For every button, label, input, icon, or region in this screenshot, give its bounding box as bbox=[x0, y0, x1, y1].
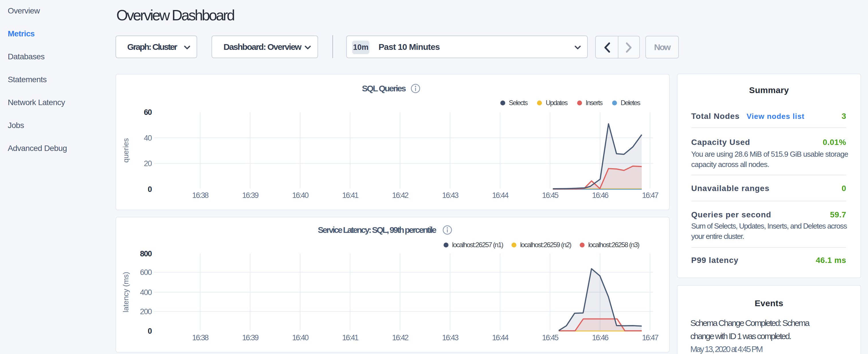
svg-text:16:45: 16:45 bbox=[542, 333, 559, 342]
svg-text:0: 0 bbox=[148, 185, 152, 194]
svg-text:16:38: 16:38 bbox=[192, 333, 209, 342]
svg-text:40: 40 bbox=[144, 134, 152, 142]
svg-text:16:38: 16:38 bbox=[192, 191, 209, 200]
svg-text:16:41: 16:41 bbox=[342, 333, 359, 342]
svg-text:16:44: 16:44 bbox=[492, 333, 509, 342]
svg-text:16:41: 16:41 bbox=[342, 191, 359, 200]
svg-text:latency (ms): latency (ms) bbox=[122, 272, 130, 313]
svg-text:800: 800 bbox=[140, 250, 152, 258]
svg-text:16:47: 16:47 bbox=[642, 333, 658, 342]
svg-text:16:45: 16:45 bbox=[542, 191, 559, 200]
svg-text:16:46: 16:46 bbox=[592, 191, 608, 200]
svg-text:queries: queries bbox=[122, 138, 130, 162]
svg-text:60: 60 bbox=[144, 108, 152, 117]
svg-text:200: 200 bbox=[140, 307, 152, 316]
svg-text:16:42: 16:42 bbox=[392, 191, 408, 200]
svg-text:16:44: 16:44 bbox=[492, 191, 509, 200]
svg-text:400: 400 bbox=[140, 288, 152, 297]
svg-text:16:39: 16:39 bbox=[242, 333, 258, 342]
svg-text:16:42: 16:42 bbox=[392, 333, 408, 342]
svg-text:20: 20 bbox=[144, 159, 152, 168]
svg-text:16:46: 16:46 bbox=[592, 333, 608, 342]
svg-text:600: 600 bbox=[140, 268, 152, 277]
svg-text:16:47: 16:47 bbox=[642, 191, 658, 200]
svg-text:16:43: 16:43 bbox=[442, 191, 459, 200]
svg-text:16:39: 16:39 bbox=[242, 191, 258, 200]
svg-text:16:43: 16:43 bbox=[442, 333, 459, 342]
svg-text:16:40: 16:40 bbox=[292, 191, 309, 200]
svg-text:16:40: 16:40 bbox=[292, 333, 309, 342]
svg-text:0: 0 bbox=[148, 327, 152, 335]
